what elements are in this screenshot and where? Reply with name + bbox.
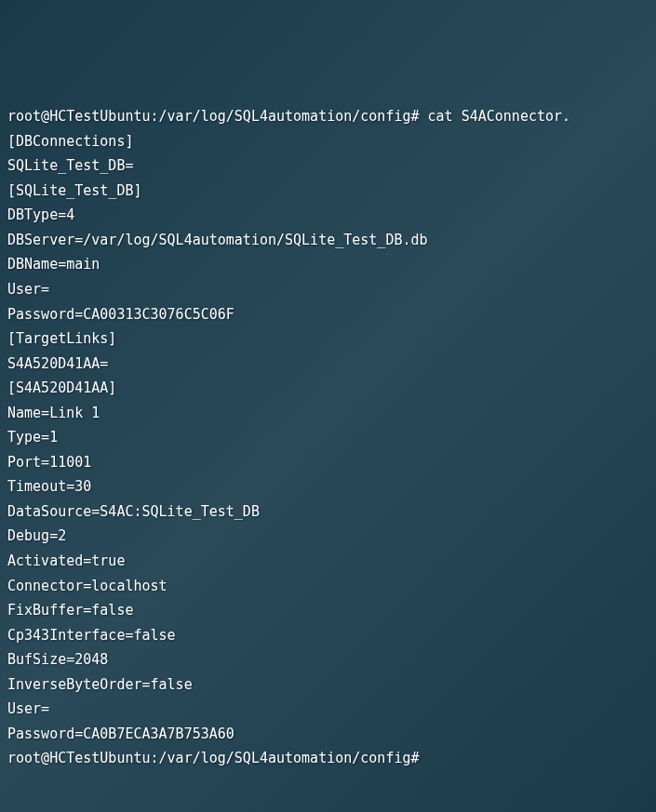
config-key-value: BufSize=2048 — [7, 647, 649, 672]
config-section-header: [S4A520D41AA] — [7, 376, 649, 401]
config-key-value: Connector=localhost — [7, 574, 649, 599]
config-key-value: DBName=main — [7, 252, 649, 277]
config-key-value: Activated=true — [7, 549, 649, 574]
config-section-header: [SQLite_Test_DB] — [7, 179, 649, 204]
config-key-value: Cp343Interface=false — [7, 623, 649, 648]
config-key-value: Timeout=30 — [7, 474, 649, 499]
config-key-value: Debug=2 — [7, 524, 649, 549]
config-key-value: DBServer=/var/log/SQL4automation/SQLite_… — [7, 228, 649, 253]
config-section-header: [TargetLinks] — [7, 326, 649, 352]
config-key-value: S4A520D41AA= — [7, 352, 649, 377]
config-key-value: Port=11001 — [7, 450, 649, 475]
terminal-prompt-command: root@HCTestUbuntu:/var/log/SQL4automatio… — [7, 104, 649, 129]
config-key-value: User= — [7, 277, 649, 302]
config-key-value: User= — [7, 697, 649, 722]
config-section-header: [DBConnections] — [7, 129, 649, 154]
config-key-value: InverseByteOrder=false — [7, 672, 649, 698]
config-key-value: SQLite_Test_DB= — [7, 153, 649, 179]
config-key-value: Type=1 — [7, 425, 649, 450]
config-key-value: FixBuffer=false — [7, 598, 649, 623]
config-key-value: DataSource=S4AC:SQLite_Test_DB — [7, 499, 649, 525]
config-key-value: Password=CA0B7ECA3A7B753A60 — [7, 722, 649, 747]
config-key-value: DBType=4 — [7, 203, 649, 228]
config-key-value: Name=Link 1 — [7, 401, 649, 426]
terminal-prompt[interactable]: root@HCTestUbuntu:/var/log/SQL4automatio… — [7, 746, 649, 771]
config-key-value: Password=CA00313C3076C5C06F — [7, 302, 649, 327]
